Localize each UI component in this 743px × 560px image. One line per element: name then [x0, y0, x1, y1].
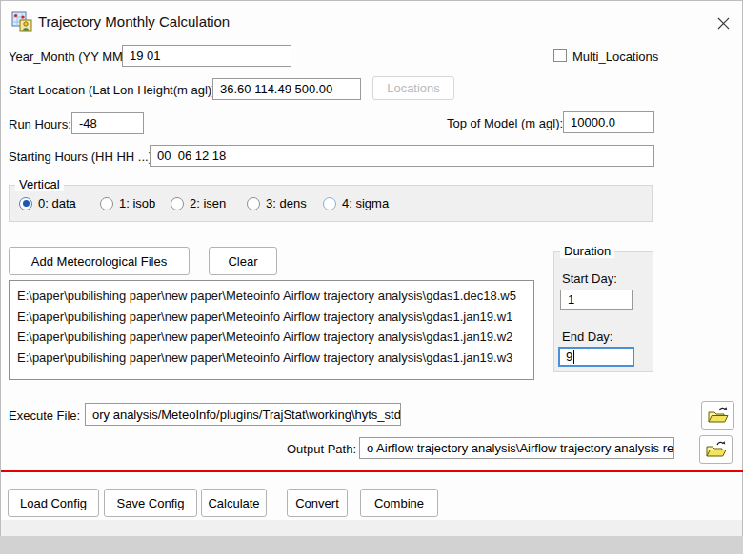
add-meteorological-files-button[interactable]: Add Meteorological Files: [9, 247, 190, 275]
execute-file-label: Execute File:: [9, 409, 80, 423]
load-config-button[interactable]: Load Config: [8, 489, 99, 517]
met-files-list[interactable]: E:\paper\pubilishing paper\new paper\Met…: [9, 280, 534, 380]
output-path-browse-button[interactable]: [699, 435, 733, 464]
multi-locations-label: Multi_Locations: [572, 50, 658, 64]
top-of-model-label: Top of Model (m agl):: [447, 116, 563, 130]
year-month-input[interactable]: 19 01: [122, 45, 291, 67]
combine-button[interactable]: Combine: [360, 489, 438, 517]
year-month-label: Year_Month (YY MM):: [9, 50, 131, 64]
multi-locations-checkbox[interactable]: [553, 49, 567, 62]
start-day-label: Start Day:: [562, 271, 617, 286]
duration-groupbox-label: Duration: [560, 245, 614, 258]
duration-groupbox: Duration Start Day: 1 End Day: 9: [553, 251, 653, 372]
met-file-item[interactable]: E:\paper\pubilishing paper\new paper\Met…: [17, 307, 526, 328]
radio-1-isob[interactable]: 1: isob: [100, 196, 155, 210]
met-file-item[interactable]: E:\paper\pubilishing paper\new paper\Met…: [17, 348, 526, 369]
window-title: Trajectory Monthly Calculation: [38, 13, 230, 30]
radio-0-data[interactable]: 0: data: [19, 196, 76, 210]
radio-dot: [100, 197, 113, 210]
start-location-label: Start Location (Lat Lon Height(m agl)):: [9, 83, 219, 97]
vertical-groupbox: Vertical 0: data 1: isob 2: isen 3: dens…: [9, 185, 653, 222]
folder-open-icon: [707, 406, 730, 425]
text-caret: [573, 350, 574, 364]
folder-open-icon: [705, 440, 728, 459]
separator-line: [1, 470, 743, 472]
convert-button[interactable]: Convert: [287, 489, 348, 517]
end-day-input[interactable]: 9: [558, 347, 634, 367]
radio-2-isen[interactable]: 2: isen: [171, 196, 226, 210]
calculate-button[interactable]: Calculate: [201, 489, 267, 517]
output-path-input[interactable]: o Airflow trajectory analysis\Airflow tr…: [359, 437, 674, 459]
output-path-label: Output Path:: [287, 442, 356, 456]
title-bar: Trajectory Monthly Calculation: [1, 1, 743, 37]
close-icon: [716, 16, 731, 30]
radio-3-dens[interactable]: 3: dens: [247, 196, 307, 210]
radio-dot: [171, 197, 184, 210]
window-bottom-margin: [0, 520, 743, 536]
dialog-surface: Trajectory Monthly Calculation Year_Mont…: [0, 0, 743, 520]
close-button[interactable]: [710, 10, 736, 35]
met-file-item[interactable]: E:\paper\pubilishing paper\new paper\Met…: [17, 327, 526, 348]
locations-button[interactable]: Locations: [372, 76, 454, 100]
app-icon: [11, 11, 32, 32]
start-location-input[interactable]: 36.60 114.49 500.00: [212, 78, 361, 100]
starting-hours-input[interactable]: 00 06 12 18: [150, 145, 654, 167]
run-hours-input[interactable]: -48: [71, 112, 144, 134]
radio-4-sigma[interactable]: 4: sigma: [323, 196, 389, 210]
radio-dot: [247, 197, 260, 210]
vertical-groupbox-label: Vertical: [15, 178, 64, 191]
radio-dot: [19, 197, 32, 210]
met-file-item[interactable]: E:\paper\pubilishing paper\new paper\Met…: [17, 286, 526, 307]
starting-hours-label: Starting Hours (HH HH ...):: [9, 150, 156, 164]
radio-dot: [323, 197, 336, 210]
save-config-button[interactable]: Save Config: [104, 489, 197, 517]
execute-file-browse-button[interactable]: [701, 401, 734, 430]
end-day-label: End Day:: [562, 330, 612, 344]
run-hours-label: Run Hours:: [9, 117, 71, 131]
clear-button[interactable]: Clear: [209, 247, 277, 275]
execute-file-input[interactable]: ory analysis/MeteoInfo/plugins/TrajStat\…: [85, 403, 401, 426]
trajectory-monthly-calculation-window: Trajectory Monthly Calculation Year_Mont…: [0, 0, 743, 560]
background-window-bar: [0, 536, 743, 554]
start-day-input[interactable]: 1: [560, 290, 633, 310]
top-of-model-input[interactable]: 10000.0: [563, 111, 654, 133]
